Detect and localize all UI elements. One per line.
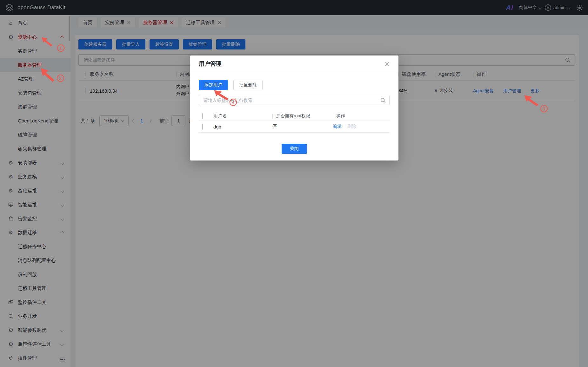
select-all-users-checkbox[interactable] [202, 113, 203, 119]
delete-user-link[interactable]: 删除 [347, 124, 356, 129]
col-username: 用户名 [213, 113, 272, 119]
modal-overlay[interactable] [0, 0, 588, 367]
annotation-arrow-1 [41, 37, 54, 47]
search-icon[interactable] [380, 98, 386, 104]
annotation-badge-2: 2 [57, 75, 64, 82]
user-management-dialog: 用户管理 添加用户 批量删除 用户名 是否拥有root权限 操作 [190, 56, 398, 161]
annotation-badge-3: 3 [540, 105, 548, 112]
app-root: openGauss DataKit AI 简体中文 admin [0, 0, 588, 367]
root-permission-cell: 否 [272, 124, 333, 129]
annotation-arrow-4 [214, 90, 230, 101]
annotation-badge-4: 4 [230, 99, 237, 106]
batch-delete-users-button[interactable]: 批量删除 [233, 80, 263, 90]
annotation-badge-1: 1 [57, 44, 64, 52]
annotation-arrow-3 [524, 95, 539, 107]
user-table-header: 用户名 是否拥有root权限 操作 [199, 112, 390, 121]
col-root-permission: 是否拥有root权限 [272, 114, 333, 119]
user-row-checkbox[interactable] [202, 124, 203, 130]
annotation-arrow-2 [41, 68, 55, 83]
user-table-row: dgq 否 编辑 删除 [199, 121, 390, 133]
edit-user-link[interactable]: 编辑 [333, 124, 342, 129]
dialog-title: 用户管理 [199, 60, 222, 68]
add-user-button[interactable]: 添加用户 [199, 80, 228, 90]
close-dialog-button[interactable]: 关闭 [282, 144, 307, 154]
dialog-close-button[interactable] [385, 62, 390, 66]
username-cell: dgq [213, 124, 272, 129]
col-user-actions: 操作 [333, 114, 390, 119]
